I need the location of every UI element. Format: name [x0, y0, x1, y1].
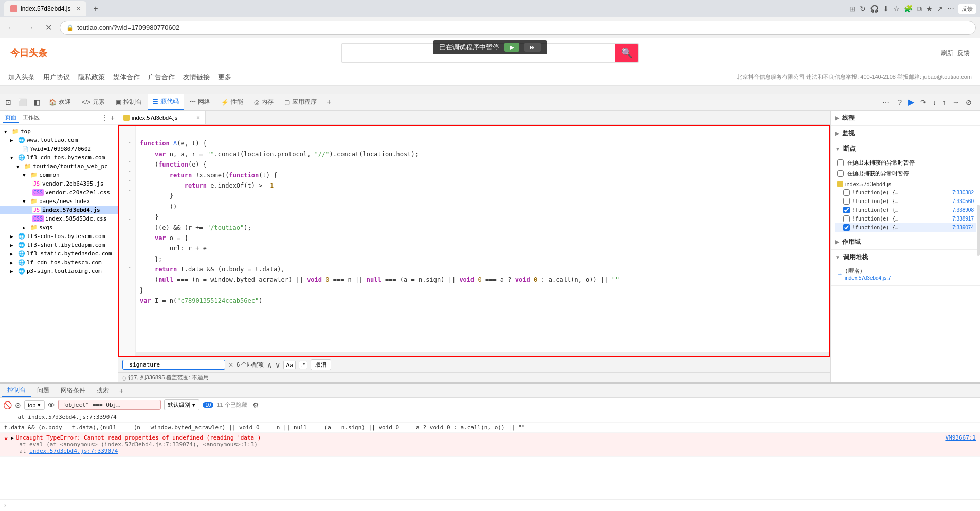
- breakpoint-5[interactable]: !function(e) {… 7:339074: [835, 223, 976, 232]
- clear-console-btn[interactable]: 🚫: [3, 401, 12, 409]
- more-icon[interactable]: ⋯: [947, 5, 954, 13]
- download-icon[interactable]: ⬇: [883, 5, 889, 13]
- source-code-area[interactable]: - - - - - - - - - - - - -: [118, 125, 830, 357]
- search-prev-btn[interactable]: ∧: [267, 361, 272, 369]
- new-tab-btn[interactable]: +: [88, 2, 103, 16]
- breakpoint-4[interactable]: !function(e) {… 7:338917: [835, 214, 976, 223]
- tab-performance[interactable]: ⚡ 性能: [216, 94, 248, 110]
- tab-memory[interactable]: ◎ 内存: [249, 94, 279, 110]
- panel-tab-page[interactable]: 页面: [3, 113, 19, 123]
- tree-item-common[interactable]: ▼ 📁 common: [0, 171, 118, 179]
- nav-join[interactable]: 加入头条: [8, 72, 35, 82]
- step-btn[interactable]: →: [950, 98, 961, 106]
- console-tab-issues[interactable]: 问题: [32, 384, 55, 397]
- devtools-toggle-btn[interactable]: ⊡: [2, 98, 14, 106]
- forward-btn[interactable]: →: [23, 21, 37, 35]
- nav-ad[interactable]: 广告合作: [148, 72, 175, 82]
- eye-btn[interactable]: 👁: [48, 401, 55, 409]
- search-next-btn[interactable]: ∨: [275, 361, 280, 369]
- nav-links[interactable]: 友情链接: [183, 72, 210, 82]
- debugger-scrollbar[interactable]: [977, 205, 980, 256]
- resume-btn[interactable]: ▶: [504, 43, 519, 52]
- caught-exception-cb[interactable]: [837, 170, 844, 177]
- horizontal-scrollbar[interactable]: [136, 352, 829, 356]
- fav-icon[interactable]: ★: [926, 5, 933, 13]
- console-tab-add[interactable]: +: [115, 385, 128, 397]
- tab-add[interactable]: +: [322, 98, 335, 107]
- step-over-btn[interactable]: ⏭: [524, 43, 541, 52]
- context-selector[interactable]: top ▼: [24, 400, 45, 410]
- error-toggle[interactable]: ▶ Uncaught TypeError: Cannot read proper…: [11, 434, 976, 441]
- tree-item-toutiao[interactable]: ▶ 🌐 www.toutiao.com: [0, 136, 118, 144]
- match-case-btn[interactable]: Aa: [283, 361, 295, 369]
- back-btn[interactable]: ←: [4, 21, 19, 35]
- breakpoints-header[interactable]: ▼ 断点: [831, 141, 980, 156]
- feedback-icon[interactable]: 反馈: [958, 4, 976, 14]
- tree-item-vendorcss[interactable]: CSS vendor.c20ac2e1.css: [0, 188, 118, 197]
- source-file-tab[interactable]: index.57d3ebd4.js ×: [118, 111, 206, 124]
- scope-header[interactable]: ▶ 作用域: [831, 234, 980, 249]
- callstack-item-1[interactable]: → (匿名) index.57d3ebd4.js:7: [835, 266, 976, 282]
- panel-tab-workspace[interactable]: 工作区: [21, 113, 42, 122]
- refresh-icon[interactable]: ↻: [860, 5, 866, 13]
- tree-item-lf3cdn2[interactable]: ▶ 🌐 lf3-cdn-tos.bytescm.com: [0, 232, 118, 241]
- address-bar[interactable]: 🔒 toutiao.com/?wid=1709980770602: [60, 21, 976, 35]
- nav-privacy[interactable]: 隐私政策: [78, 72, 105, 82]
- nav-media[interactable]: 媒体合作: [113, 72, 140, 82]
- breakpoint-1[interactable]: !function(e) {… 7:330382: [835, 188, 976, 197]
- extension-icon[interactable]: 🧩: [904, 5, 913, 13]
- tab-welcome[interactable]: 🏠 欢迎: [44, 94, 76, 110]
- cancel-search-btn[interactable]: 取消: [311, 359, 331, 370]
- tree-item-lf3static[interactable]: ▶ 🌐 lf3-static.bytednsdoc.com: [0, 249, 118, 258]
- resume-execution-btn[interactable]: ▶: [906, 97, 916, 107]
- split-icon[interactable]: ⧉: [917, 5, 922, 13]
- panel-menu-btn[interactable]: ⋮: [101, 114, 108, 122]
- tree-item-top[interactable]: ▼ 📁 top: [0, 127, 118, 136]
- error-location[interactable]: VM93667:1: [945, 434, 976, 441]
- tab-elements[interactable]: </> 元素: [77, 94, 110, 110]
- source-tab-close[interactable]: ×: [196, 114, 200, 121]
- search-field[interactable]: [122, 360, 225, 370]
- share-icon[interactable]: ↗: [937, 5, 943, 13]
- panel-newfile-btn[interactable]: +: [111, 114, 115, 122]
- breakpoint-3[interactable]: !function(e) {… 7:338908: [835, 206, 976, 214]
- devtools-popout-btn[interactable]: ⬜: [15, 98, 30, 106]
- thread-header[interactable]: ▶ 线程: [831, 111, 980, 125]
- tree-item-webpc[interactable]: ▼ 📁 toutiao/toutiao_web_pc: [0, 162, 118, 171]
- tree-item-wid[interactable]: 📄 ?wid=1709980770602: [0, 144, 118, 153]
- nav-more[interactable]: 更多: [218, 72, 231, 82]
- console-filter-input[interactable]: [58, 400, 161, 410]
- step-into-btn[interactable]: ↓: [931, 98, 938, 106]
- more-devtools[interactable]: ⋯: [878, 98, 894, 106]
- uncaught-exception-cb[interactable]: [837, 159, 844, 166]
- tree-item-vendor2eb[interactable]: JS vendor.2eb64395.js: [0, 179, 118, 188]
- step-out-btn[interactable]: ↑: [940, 98, 948, 106]
- refresh-label[interactable]: 刷新: [941, 49, 953, 58]
- deactivate-breakpoints-btn[interactable]: ⊘: [964, 98, 974, 106]
- star-icon[interactable]: ☆: [893, 5, 900, 13]
- tree-item-svgs[interactable]: ▶ 📁 svgs: [0, 223, 118, 232]
- tab-console[interactable]: ▣ 控制台: [111, 94, 147, 110]
- headset-icon[interactable]: 🎧: [870, 5, 879, 13]
- regex-btn[interactable]: .*: [299, 361, 307, 369]
- filter-btn[interactable]: ⊘: [15, 401, 21, 409]
- tree-item-p3sign[interactable]: ▶ 🌐 p3-sign.toutiaoimg.com: [0, 267, 118, 276]
- console-tab-network-conditions[interactable]: 网络条件: [56, 384, 90, 397]
- console-settings-btn[interactable]: ⚙: [252, 401, 259, 409]
- tab-sources[interactable]: ☰ 源代码: [148, 94, 184, 110]
- reload-btn[interactable]: ✕: [41, 21, 56, 35]
- step-over-btn2[interactable]: ↷: [918, 98, 929, 106]
- nav-agreement[interactable]: 用户协议: [43, 72, 70, 82]
- error-stack-2[interactable]: at index.57d3ebd4.js:7:339074: [11, 448, 976, 454]
- devtools-close-btn[interactable]: ◧: [30, 98, 43, 106]
- console-tab-search[interactable]: 搜索: [92, 384, 114, 397]
- tree-item-lf3short[interactable]: ▶ 🌐 lf3-short.ibytedapm.com: [0, 241, 118, 249]
- console-input[interactable]: [9, 502, 976, 509]
- tree-item-lf3cdn[interactable]: ▼ 🌐 lf3-cdn-tos.bytescm.com: [0, 153, 118, 162]
- browser-tab[interactable]: index.57d3ebd4.js ×: [4, 1, 86, 16]
- level-selector[interactable]: 默认级别 ▼: [164, 399, 199, 410]
- search-btn[interactable]: 🔍: [615, 44, 638, 62]
- tab-close[interactable]: ×: [77, 5, 80, 12]
- grid-icon[interactable]: ⊞: [849, 5, 856, 13]
- tree-item-lfcdn[interactable]: ▶ 🌐 lf-cdn-tos.bytescm.com: [0, 258, 118, 267]
